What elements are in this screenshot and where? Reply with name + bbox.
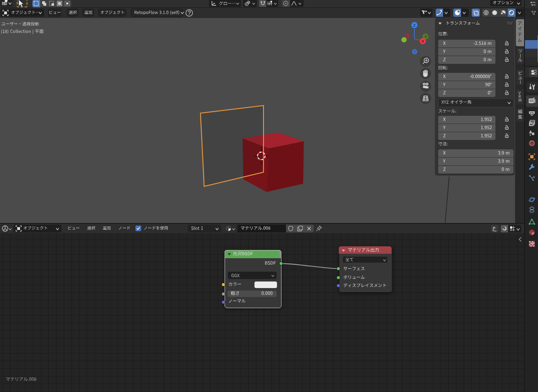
svg-text:X: X bbox=[421, 39, 424, 43]
svg-text:Y: Y bbox=[424, 34, 427, 39]
svg-text:Z: Z bbox=[413, 23, 416, 27]
